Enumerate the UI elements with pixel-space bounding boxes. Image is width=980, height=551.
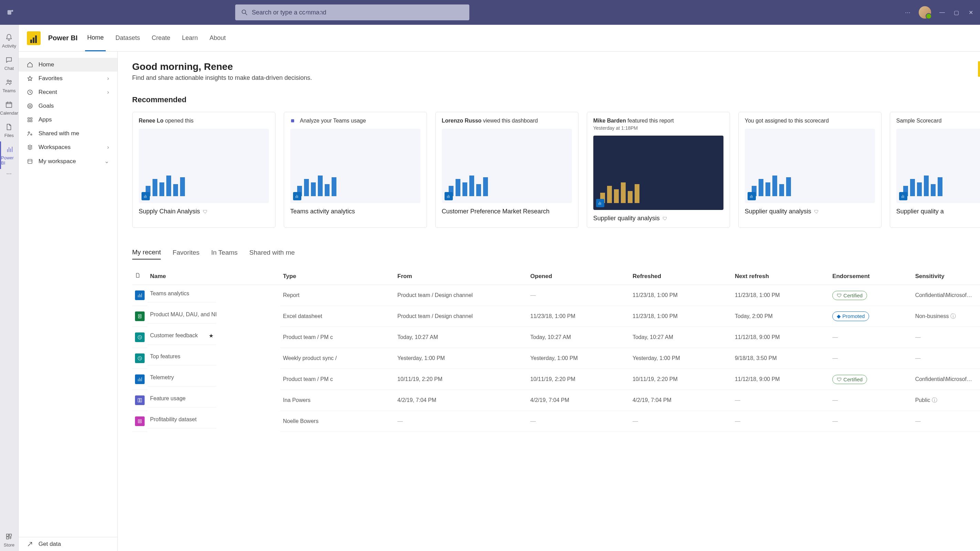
star-icon[interactable]: ★ (209, 332, 213, 339)
rail-more-button[interactable]: ⋯ (6, 170, 12, 177)
table-row[interactable]: Top featuresWeekly product sync /Yesterd… (132, 348, 980, 369)
tab-datasets[interactable]: Datasets (113, 25, 142, 51)
window-minimize-button[interactable]: — (939, 9, 945, 16)
rail-chat[interactable]: Chat (0, 52, 18, 74)
recommended-card[interactable]: Lorenzo Russo viewed this dashboardCusto… (435, 112, 579, 228)
table-row[interactable]: Feature usageIna Powers4/2/19, 7:04 PM4/… (132, 390, 980, 411)
rail-item-label: Chat (5, 66, 14, 71)
clock-icon (27, 89, 33, 95)
rail-calendar[interactable]: Calendar (0, 97, 18, 119)
item-from: 4/2/19, 7:04 PM (395, 390, 528, 411)
tab-create[interactable]: Create (150, 25, 172, 51)
nav-back-button[interactable] (299, 6, 312, 19)
column-header[interactable]: Refreshed (630, 268, 732, 285)
sidenav-get-data[interactable]: Get data (19, 537, 118, 551)
tab-about[interactable]: About (207, 25, 228, 51)
sidenav-favorites[interactable]: Favorites › (19, 71, 118, 85)
svg-rect-14 (30, 118, 32, 119)
arrow-icon (27, 541, 33, 547)
list-tab-favorites[interactable]: Favorites (172, 249, 199, 259)
window-maximize-button[interactable]: ▢ (953, 9, 960, 16)
chevron-right-icon: › (107, 75, 109, 82)
bell-icon (5, 33, 13, 42)
item-type-icon (135, 311, 145, 321)
item-type: Report (280, 285, 395, 306)
tab-home[interactable]: Home (85, 25, 106, 51)
column-header[interactable]: From (395, 268, 528, 285)
column-header[interactable] (132, 268, 147, 285)
item-opened: 10/11/19, 2:20 PM (528, 369, 630, 390)
column-header[interactable]: Endorsement (829, 268, 913, 285)
global-search-input[interactable]: Search or type a command (235, 5, 469, 20)
column-header[interactable]: Opened (528, 268, 630, 285)
card-header: Sample Scorecard (896, 118, 980, 124)
rail-files[interactable]: Files (0, 119, 18, 141)
sidenav-workspaces[interactable]: Workspaces › (19, 140, 118, 154)
list-tab-in-teams[interactable]: In Teams (211, 249, 238, 259)
sidenav-recent[interactable]: Recent › (19, 85, 118, 99)
recommended-card[interactable]: Analyze your Teams usageTeams activity a… (284, 112, 427, 228)
item-opened: — (528, 411, 630, 432)
card-header: Lorenzo Russo viewed this dashboard (442, 118, 572, 124)
sidenav-shared[interactable]: Shared with me (19, 127, 118, 140)
endorsement-badge: 🛡 Certified (832, 375, 867, 384)
card-header: Renee Lo opened this (139, 118, 269, 124)
recommended-card[interactable]: Mike Barden featured this reportYesterda… (587, 112, 730, 228)
item-next-refresh: Today, 2:00 PM (732, 306, 829, 327)
recommended-card[interactable]: Sample ScorecardSupplier quality a (890, 112, 980, 228)
svg-point-18 (31, 134, 32, 135)
info-icon[interactable]: ⓘ (932, 397, 937, 403)
teams-app-icon (5, 8, 15, 17)
new-report-button[interactable]: New report (978, 61, 980, 77)
rail-activity[interactable]: Activity (0, 30, 18, 52)
item-next-refresh: 11/12/18, 9:00 PM (732, 369, 829, 390)
recommended-title: Recommended (132, 95, 187, 104)
rail-powerbi[interactable]: Power BI (0, 141, 18, 169)
rail-item-label: Teams (2, 88, 16, 93)
sidenav-my-workspace[interactable]: My workspace ⌄ (19, 154, 118, 168)
chevron-right-icon: › (107, 144, 109, 151)
table-row[interactable]: Product MAU, DAU, and NPSExcel datasheet… (132, 306, 980, 327)
user-avatar[interactable] (919, 6, 931, 19)
tab-learn[interactable]: Learn (180, 25, 200, 51)
rail-item-label: Calendar (0, 111, 18, 116)
list-tab-my-recent[interactable]: My recent (132, 248, 161, 259)
column-header[interactable]: Type (280, 268, 395, 285)
item-opened: — (528, 285, 630, 306)
table-row[interactable]: Profitability datasetNoelle Bowers—————— (132, 411, 980, 432)
svg-rect-16 (30, 121, 32, 122)
home-icon (27, 62, 33, 68)
item-endorsement: — (829, 348, 913, 369)
table-row[interactable]: Teams analyticsReportProduct team / Desi… (132, 285, 980, 306)
svg-point-11 (27, 103, 32, 108)
column-header[interactable]: Sensitivity (913, 268, 980, 285)
sidenav-home[interactable]: Home (19, 58, 118, 71)
item-opened: Today, 10:27 AM (528, 327, 630, 348)
column-header[interactable]: Next refresh (732, 268, 829, 285)
item-refreshed: Today, 10:27 AM (630, 327, 732, 348)
recommended-card[interactable]: You got assigned to this scorecardSuppli… (738, 112, 881, 228)
rail-store[interactable]: Store (0, 529, 18, 551)
column-header[interactable]: Name (147, 268, 280, 285)
item-endorsement: — (829, 411, 913, 432)
svg-rect-20 (291, 119, 294, 122)
rail-teams[interactable]: Teams (0, 74, 18, 97)
info-icon[interactable]: ⓘ (950, 313, 956, 319)
more-options-icon[interactable]: ⋯ (904, 9, 911, 16)
chart-badge-icon (293, 192, 301, 200)
recommended-card[interactable]: Renee Lo opened thisSupply Chain Analysi… (132, 112, 275, 228)
nav-forward-button[interactable] (313, 6, 326, 19)
svg-point-4 (10, 81, 12, 82)
item-type: Ina Powers (280, 390, 395, 411)
list-tab-shared[interactable]: Shared with me (249, 249, 295, 259)
item-from: Product team / Design channel (395, 306, 528, 327)
sidenav-apps[interactable]: Apps (19, 113, 118, 127)
svg-rect-13 (28, 118, 30, 119)
sidenav-goals[interactable]: Goals (19, 99, 118, 113)
item-refreshed: Yesterday, 1:00 PM (630, 348, 732, 369)
table-row[interactable]: TelemetryProduct team / PM c10/11/19, 2:… (132, 369, 980, 390)
item-name: Telemetry (147, 369, 216, 386)
table-row[interactable]: Customer feedback ★Product team / PM cTo… (132, 327, 980, 348)
rail-item-label: Power BI (1, 155, 18, 165)
window-close-button[interactable]: ✕ (967, 9, 975, 16)
